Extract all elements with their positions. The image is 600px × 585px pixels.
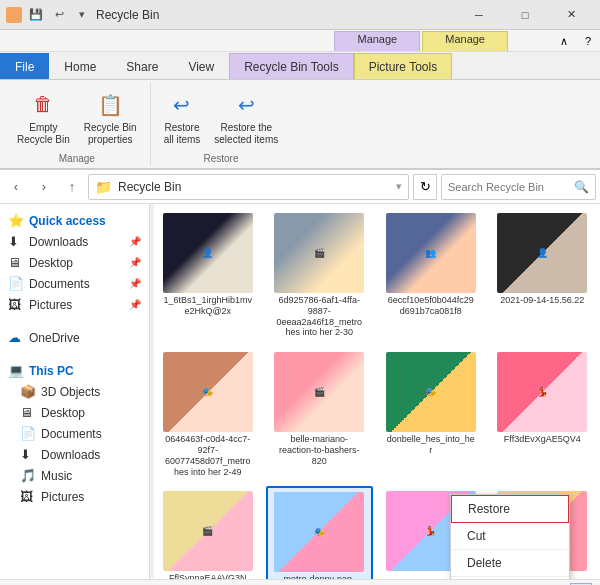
down-arrow-button[interactable]: ▾ xyxy=(72,5,92,25)
documents-pc-icon: 📄 xyxy=(20,426,36,441)
list-item-selected[interactable]: 🎭 metro-donny-pan-belle-mi hes-into-h... xyxy=(266,486,374,579)
sidebar-quick-access-header[interactable]: ⭐ Quick access xyxy=(0,210,149,231)
maximize-button[interactable]: □ xyxy=(502,0,548,30)
pictures-label: Pictures xyxy=(29,298,72,312)
file-thumbnail: 💃 xyxy=(497,352,587,432)
desktop-pc-icon: 🖥 xyxy=(20,405,36,420)
tab-recycle-bin-tools[interactable]: Recycle Bin Tools xyxy=(229,53,354,79)
sidebar-scroll[interactable] xyxy=(150,204,154,579)
manage-buttons: 🗑 EmptyRecycle Bin 📋 Recycle Binproperti… xyxy=(12,84,142,151)
restore-all-icon: ↩ xyxy=(167,90,197,120)
tab-file[interactable]: File xyxy=(0,53,49,79)
address-bar: ‹ › ↑ 📁 Recycle Bin ▾ ↻ 🔍 xyxy=(0,170,600,204)
close-button[interactable]: ✕ xyxy=(548,0,594,30)
sidebar-item-documents[interactable]: 📄 Documents 📌 xyxy=(0,273,149,294)
restore-group-label: Restore xyxy=(203,151,238,164)
list-item[interactable]: 🎭 donbelle_hes_into_her xyxy=(377,347,485,482)
file-thumbnail: 🎬 xyxy=(274,213,364,293)
file-name: belle-mariano-reaction-to-bashers-820 xyxy=(274,434,364,466)
sidebar-item-this-pc[interactable]: 💻 This PC xyxy=(0,360,149,381)
file-thumbnail: 🎭 xyxy=(163,352,253,432)
list-item[interactable]: 🎭 0646463f-c0d4-4cc7-92f7-60077458d07f_m… xyxy=(154,347,262,482)
undo-button[interactable]: ↩ xyxy=(49,5,69,25)
list-item[interactable]: 💃 Fff3dEvXgAE5QV4 xyxy=(489,347,597,482)
forward-button[interactable]: › xyxy=(32,175,56,199)
pin-icon-2: 📌 xyxy=(129,257,141,268)
file-thumbnail: 👤 xyxy=(163,213,253,293)
3d-label: 3D Objects xyxy=(41,385,100,399)
up-button[interactable]: ↑ xyxy=(60,175,84,199)
manage-tab-label[interactable]: Manage xyxy=(334,31,420,51)
tab-view[interactable]: View xyxy=(173,53,229,79)
sidebar-item-pictures-pc[interactable]: 🖼 Pictures xyxy=(0,486,149,507)
refresh-button[interactable]: ↻ xyxy=(413,174,437,200)
sidebar-item-downloads[interactable]: ⬇ Downloads 📌 xyxy=(0,231,149,252)
title-bar-left: 💾 ↩ ▾ Recycle Bin xyxy=(6,5,456,25)
sidebar: ⭐ Quick access ⬇ Downloads 📌 🖥 Desktop 📌… xyxy=(0,204,150,579)
context-menu: Restore Cut Delete Properties xyxy=(450,494,570,579)
pin-icon: 📌 xyxy=(129,236,141,247)
list-item[interactable]: 👤 2021-09-14-15.56.22 xyxy=(489,208,597,343)
help-button[interactable]: ? xyxy=(576,31,600,51)
file-thumbnail: 🎭 xyxy=(386,352,476,432)
documents-icon: 📄 xyxy=(8,276,24,291)
list-item[interactable]: 👤 1_6tBs1_1irghHib1mve2HkQ@2x xyxy=(154,208,262,343)
downloads-icon: ⬇ xyxy=(8,234,24,249)
restore-selected-icon: ↩ xyxy=(231,90,261,120)
title-bar: 💾 ↩ ▾ Recycle Bin ─ □ ✕ xyxy=(0,0,600,30)
downloads-pc-label: Downloads xyxy=(41,448,100,462)
empty-recycle-bin-button[interactable]: 🗑 EmptyRecycle Bin xyxy=(12,87,75,149)
restore-selected-button[interactable]: ↩ Restore theselected items xyxy=(209,87,283,149)
ribbon-tab-bar: File Home Share View Recycle Bin Tools P… xyxy=(0,52,600,80)
sidebar-item-pictures[interactable]: 🖼 Pictures 📌 xyxy=(0,294,149,315)
list-item[interactable]: 🎬 belle-mariano-reaction-to-bashers-820 xyxy=(266,347,374,482)
search-box[interactable]: 🔍 xyxy=(441,174,596,200)
context-menu-restore[interactable]: Restore xyxy=(451,495,569,523)
file-name: 6d925786-6af1-4ffa-9887-0eeaa2a46f18_met… xyxy=(274,295,364,338)
file-name: 0646463f-c0d4-4cc7-92f7-60077458d07f_met… xyxy=(163,434,253,477)
sidebar-item-documents-pc[interactable]: 📄 Documents xyxy=(0,423,149,444)
back-button[interactable]: ‹ xyxy=(4,175,28,199)
context-menu-cut[interactable]: Cut xyxy=(451,523,569,550)
onedrive-section: ☁ OneDrive xyxy=(0,325,149,350)
music-label: Music xyxy=(41,469,72,483)
minimize-button[interactable]: ─ xyxy=(456,0,502,30)
sidebar-item-onedrive[interactable]: ☁ OneDrive xyxy=(0,327,149,348)
ribbon-collapse-button[interactable]: ∧ xyxy=(552,31,576,51)
file-name: 2021-09-14-15.56.22 xyxy=(500,295,584,306)
tab-home[interactable]: Home xyxy=(49,53,111,79)
save-button[interactable]: 💾 xyxy=(26,5,46,25)
empty-recycle-bin-label: EmptyRecycle Bin xyxy=(17,122,70,146)
sidebar-item-desktop[interactable]: 🖥 Desktop 📌 xyxy=(0,252,149,273)
list-item[interactable]: 👥 6eccf10e5f0b044fc29d691b7ca081f8 xyxy=(377,208,485,343)
window-title: Recycle Bin xyxy=(96,8,159,22)
status-bar: 141 items 1 item selected 272 KB ☰ ⊞ xyxy=(0,579,600,585)
tab-share[interactable]: Share xyxy=(111,53,173,79)
context-menu-delete[interactable]: Delete xyxy=(451,550,569,577)
path-dropdown[interactable]: ▾ xyxy=(396,180,402,193)
sidebar-item-downloads-pc[interactable]: ⬇ Downloads xyxy=(0,444,149,465)
search-input[interactable] xyxy=(448,181,574,193)
file-name: 1_6tBs1_1irghHib1mve2HkQ@2x xyxy=(163,295,253,317)
picture-tab-label[interactable]: Manage xyxy=(422,31,508,51)
recycle-bin-properties-button[interactable]: 📋 Recycle Binproperties xyxy=(79,87,142,149)
list-item[interactable]: 🎬 FflSynnaEAAVG3N xyxy=(154,486,262,579)
ribbon-content: 🗑 EmptyRecycle Bin 📋 Recycle Binproperti… xyxy=(0,80,600,170)
restore-all-items-button[interactable]: ↩ Restoreall items xyxy=(159,87,206,149)
onedrive-icon: ☁ xyxy=(8,330,24,345)
list-item[interactable]: 🎬 6d925786-6af1-4ffa-9887-0eeaa2a46f18_m… xyxy=(266,208,374,343)
desktop-pc-label: Desktop xyxy=(41,406,85,420)
sidebar-item-desktop-pc[interactable]: 🖥 Desktop xyxy=(0,402,149,423)
sidebar-item-music[interactable]: 🎵 Music xyxy=(0,465,149,486)
sidebar-item-3d-objects[interactable]: 📦 3D Objects xyxy=(0,381,149,402)
documents-pc-label: Documents xyxy=(41,427,102,441)
tab-picture-tools[interactable]: Picture Tools xyxy=(354,53,452,79)
file-thumbnail: 👤 xyxy=(497,213,587,293)
file-name: donbelle_hes_into_her xyxy=(386,434,476,456)
ribbon-group-restore: ↩ Restoreall items ↩ Restore theselected… xyxy=(151,82,292,166)
address-path[interactable]: 📁 Recycle Bin ▾ xyxy=(88,174,409,200)
file-area: 👤 1_6tBs1_1irghHib1mve2HkQ@2x 🎬 6d925786… xyxy=(150,204,600,579)
pictures-pc-icon: 🖼 xyxy=(20,489,36,504)
pictures-pc-label: Pictures xyxy=(41,490,84,504)
desktop-icon: 🖥 xyxy=(8,255,24,270)
